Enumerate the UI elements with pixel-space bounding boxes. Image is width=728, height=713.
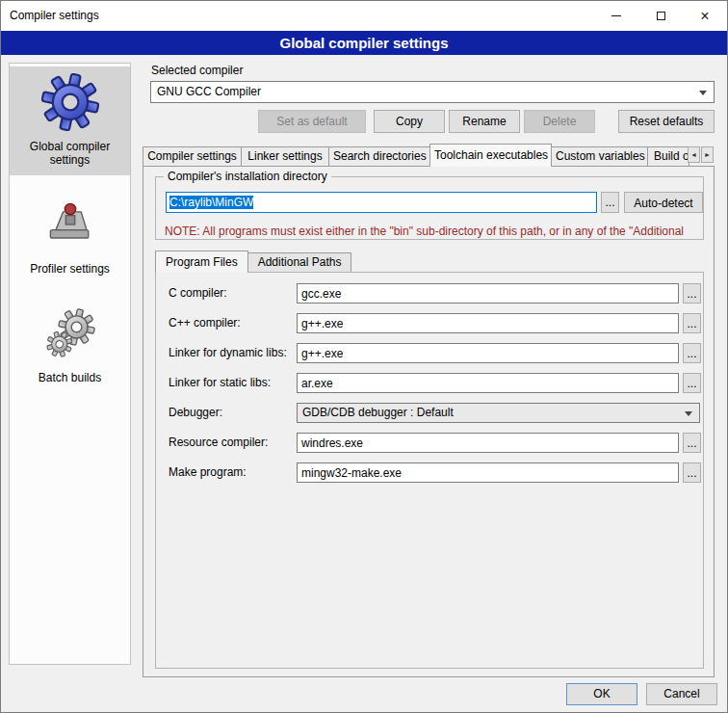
compiler-actions: Set as default Copy Rename Delete Reset … [150,110,715,133]
tab-search-directories[interactable]: Search directories [328,146,430,166]
compiler-settings-window: Compiler settings × Global compiler sett… [0,0,728,713]
page-title: Global compiler settings [1,31,727,55]
settings-tabstrip: Compiler settings Linker settings Search… [143,144,715,166]
make-program-input[interactable] [297,462,679,483]
debugger-value: GDB/CDB debugger : Default [302,406,454,419]
titlebar: Compiler settings × [1,1,727,31]
browse-button[interactable]: ... [683,462,701,483]
rename-button[interactable]: Rename [449,110,520,133]
browse-button[interactable]: ... [683,433,701,453]
subtab-program-files[interactable]: Program Files [155,251,248,273]
delete-button[interactable]: Delete [524,110,595,133]
resource-compiler-input[interactable] [297,433,679,453]
bin-subdirectory-note: NOTE: All programs must exist either in … [165,224,721,238]
browse-button[interactable]: ... [683,283,701,304]
field-label: Linker for dynamic libs: [169,343,287,363]
program-files-page: C compiler: ... C++ compiler: ... Linker… [155,272,704,669]
static-linker-input[interactable] [297,373,679,393]
subtab-additional-paths[interactable]: Additional Paths [247,252,352,272]
cpp-compiler-row: C++ compiler: ... [156,313,703,333]
browse-directory-button[interactable]: ... [601,192,619,213]
sidebar-item-label: Profiler settings [12,262,128,276]
auto-detect-button[interactable]: Auto-detect [624,192,703,213]
make-program-row: Make program: ... [156,462,703,483]
minimize-button[interactable] [594,1,638,31]
cpp-compiler-input[interactable] [297,313,679,333]
toolchain-executables-page: Compiler's installation directory C:\ray… [143,166,715,677]
window-title: Compiler settings [10,9,99,22]
blue-gear-icon [12,71,128,133]
field-label: C compiler: [169,283,227,304]
set-as-default-button[interactable]: Set as default [258,110,366,133]
minimize-icon [611,15,621,16]
tab-scroll-left-icon[interactable]: ◄ [688,146,700,163]
debugger-dropdown[interactable]: GDB/CDB debugger : Default [297,403,700,423]
maximize-icon [657,12,665,20]
field-label: Debugger: [169,403,222,423]
close-button[interactable]: × [683,1,727,31]
chevron-down-icon [699,91,707,95]
sidebar-item-profiler-settings[interactable]: Profiler settings [10,189,130,284]
field-label: Resource compiler: [169,433,268,453]
tab-toolchain-executables[interactable]: Toolchain executables [429,144,552,167]
sidebar-item-label: Global compiler settings [12,140,128,167]
sidebar-item-global-compiler-settings[interactable]: Global compiler settings [10,66,130,175]
resource-compiler-row: Resource compiler: ... [156,433,703,453]
selected-compiler-label: Selected compiler [151,64,243,77]
sidebar-item-batch-builds[interactable]: Batch builds [10,298,130,393]
cancel-button[interactable]: Cancel [646,683,717,705]
selected-compiler-value: GNU GCC Compiler [157,85,261,98]
copy-button[interactable]: Copy [374,110,445,133]
field-label: Make program: [169,462,247,483]
selected-text: C:\raylib\MinGW [169,196,253,209]
close-icon: × [700,9,709,24]
tab-scroll-right-icon[interactable]: ► [701,146,714,163]
tab-build-options[interactable]: Build options [647,146,689,166]
tab-linker-settings[interactable]: Linker settings [241,146,329,166]
gray-gears-icon [12,303,128,364]
maximize-button[interactable] [638,1,683,31]
debugger-row: Debugger: GDB/CDB debugger : Default [156,403,703,423]
tab-scroll-controls: ◄ ► [688,146,714,163]
reset-defaults-button[interactable]: Reset defaults [618,110,715,133]
ok-button[interactable]: OK [566,683,637,705]
dynamic-linker-row: Linker for dynamic libs: ... [156,343,703,363]
field-label: C++ compiler: [169,313,241,333]
tab-custom-variables[interactable]: Custom variables [551,146,648,166]
profiler-tool-icon [12,194,128,255]
installation-directory-group-title: Compiler's installation directory [164,170,331,183]
selected-compiler-dropdown[interactable]: GNU GCC Compiler [150,81,715,103]
browse-button[interactable]: ... [683,343,701,363]
chevron-down-icon [685,411,692,416]
sidebar-item-label: Batch builds [12,371,128,384]
window-controls: × [594,1,727,31]
browse-button[interactable]: ... [683,313,701,333]
c-compiler-row: C compiler: ... [156,283,703,304]
c-compiler-input[interactable] [297,283,679,304]
installation-directory-input[interactable]: C:\raylib\MinGW [166,192,597,213]
settings-category-sidebar: Global compiler settings Profiler settin… [9,63,131,665]
browse-button[interactable]: ... [683,373,701,393]
static-linker-row: Linker for static libs: ... [156,373,703,393]
dynamic-linker-input[interactable] [297,343,679,363]
program-paths-subtabs: Program Files Additional Paths [155,250,351,272]
tab-compiler-settings[interactable]: Compiler settings [143,146,242,166]
field-label: Linker for static libs: [169,373,271,393]
